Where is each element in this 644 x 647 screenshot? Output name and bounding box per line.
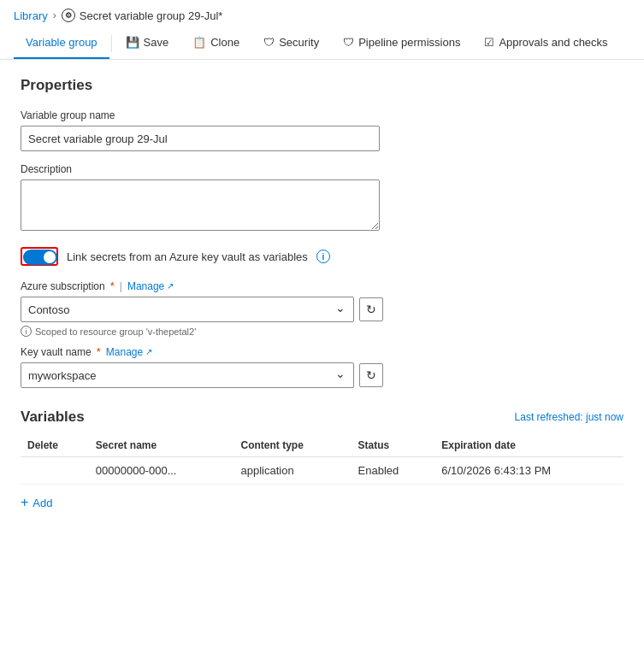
key-vault-dropdown-container: myworkspace [21, 362, 354, 388]
cell-secret-name[interactable]: 00000000-000... [89, 457, 234, 485]
save-tab-label: Save [144, 36, 169, 49]
variables-header: Variables Last refreshed: just now [21, 409, 623, 426]
cell-expiration-date: 6/10/2026 6:43:13 PM [434, 457, 623, 485]
variables-table: Delete Secret name Content type Status E… [21, 434, 623, 485]
variable-group-name-label: Variable group name [21, 109, 623, 121]
cell-delete [21, 457, 89, 485]
subscription-label: Azure subscription [21, 280, 105, 292]
key-vault-dropdown-row: myworkspace ↻ [21, 362, 623, 388]
toggle-wrapper [21, 247, 58, 266]
subscription-required: * [110, 279, 115, 292]
add-variable-button[interactable]: + Add [21, 488, 52, 517]
field-divider: | [120, 280, 122, 292]
add-label: Add [32, 497, 52, 509]
tab-save[interactable]: 💾 Save [114, 27, 181, 59]
key-vault-required: * [97, 345, 101, 358]
manage-subscription-link[interactable]: Manage ↗ [127, 280, 174, 292]
key-vault-label: Key vault name [21, 346, 92, 358]
subscription-dropdown-container: Contoso [21, 297, 354, 322]
pipeline-permissions-icon: 🛡 [343, 36, 354, 49]
clone-icon: 📋 [192, 36, 206, 49]
toolbar: Variable group 💾 Save 📋 Clone 🛡 Security… [0, 27, 644, 60]
manage-key-vault-link[interactable]: Manage ↗ [106, 346, 152, 358]
toggle-label: Link secrets from an Azure key vault as … [67, 250, 308, 263]
scope-info: i Scoped to resource group 'v-thepetal2' [21, 326, 623, 337]
col-delete: Delete [21, 434, 89, 457]
variable-group-tab-label: Variable group [26, 36, 97, 49]
security-icon: 🛡 [263, 36, 275, 49]
page-title: Secret variable group 29-Jul* [80, 9, 223, 22]
subscription-label-row: Azure subscription * | Manage ↗ [21, 279, 623, 292]
toggle-knob [44, 251, 56, 263]
approvals-icon: ☑ [484, 36, 494, 49]
key-vault-refresh-button[interactable]: ↻ [359, 363, 383, 387]
breadcrumb: Library › ⚙ Secret variable group 29-Jul… [0, 0, 644, 27]
table-row: 00000000-000... application Enabled 6/10… [21, 457, 623, 485]
scope-info-text: Scoped to resource group 'v-thepetal2' [35, 326, 196, 337]
approvals-tab-label: Approvals and checks [499, 36, 607, 49]
library-link[interactable]: Library [14, 9, 48, 22]
col-status: Status [352, 434, 435, 457]
tab-pipeline-permissions[interactable]: 🛡 Pipeline permissions [331, 27, 472, 59]
clone-tab-label: Clone [210, 36, 239, 49]
add-plus-icon: + [21, 495, 28, 510]
toggle-info-icon[interactable]: i [316, 250, 330, 263]
key-vault-toggle[interactable] [23, 250, 57, 265]
properties-title: Properties [21, 77, 623, 94]
breadcrumb-current: ⚙ Secret variable group 29-Jul* [62, 9, 223, 22]
last-refreshed: Last refreshed: just now [515, 411, 623, 423]
description-field: Description [21, 163, 623, 233]
description-label: Description [21, 163, 623, 175]
description-input[interactable] [21, 179, 380, 231]
scope-info-icon: i [21, 326, 32, 337]
save-icon: 💾 [126, 36, 139, 49]
breadcrumb-separator: › [53, 9, 56, 21]
variables-title: Variables [21, 409, 85, 426]
tab-security[interactable]: 🛡 Security [251, 27, 331, 59]
pipeline-permissions-tab-label: Pipeline permissions [358, 36, 460, 49]
main-content: Properties Variable group name Descripti… [0, 60, 644, 534]
subscription-refresh-button[interactable]: ↻ [359, 297, 383, 321]
subscription-dropdown-row: Contoso ↻ [21, 297, 623, 322]
tab-variable-group[interactable]: Variable group [14, 27, 109, 59]
cell-content-type: application [234, 457, 352, 485]
tab-approvals-and-checks[interactable]: ☑ Approvals and checks [472, 27, 619, 59]
col-expiration-date: Expiration date [434, 434, 623, 457]
external-link-icon: ↗ [167, 281, 174, 291]
tab-clone[interactable]: 📋 Clone [180, 27, 251, 59]
key-vault-label-row: Key vault name * Manage ↗ [21, 345, 623, 358]
variables-section: Variables Last refreshed: just now Delet… [21, 409, 623, 517]
security-tab-label: Security [279, 36, 319, 49]
variable-group-icon: ⚙ [62, 9, 75, 22]
toggle-row: Link secrets from an Azure key vault as … [21, 247, 623, 266]
variable-group-name-input[interactable] [21, 126, 380, 151]
subscription-select[interactable]: Contoso [21, 297, 354, 322]
key-vault-select[interactable]: myworkspace [21, 362, 354, 388]
toolbar-divider-1 [111, 35, 112, 52]
variable-group-name-field: Variable group name [21, 109, 623, 151]
cell-status: Enabled [352, 457, 435, 485]
col-content-type: Content type [234, 434, 352, 457]
key-vault-external-icon: ↗ [145, 347, 152, 356]
azure-subscription-section: Azure subscription * | Manage ↗ Contoso … [21, 279, 623, 388]
col-secret-name: Secret name [89, 434, 234, 457]
